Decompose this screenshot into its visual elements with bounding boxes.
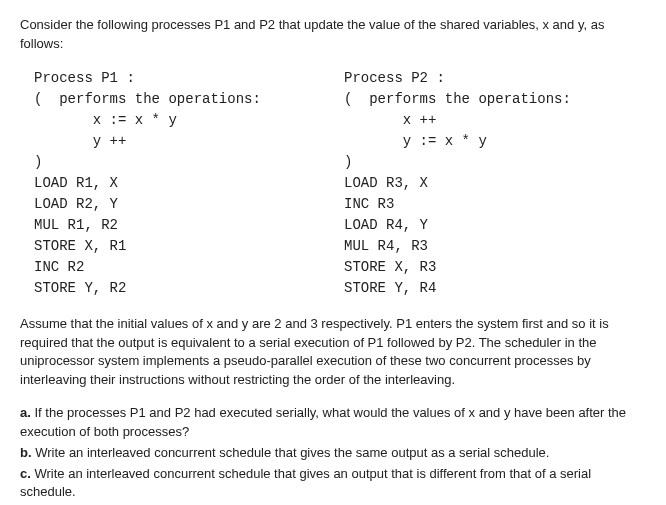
p1-op1: x := x * y [34,112,177,128]
p2-instr-2: INC R3 [344,196,394,212]
process-code-block: Process P1 : ( performs the operations: … [20,68,646,299]
p2-op1: x ++ [344,112,436,128]
question-b-label: b. [20,445,32,460]
process-p2-column: Process P2 : ( performs the operations: … [344,68,571,299]
question-a-text: If the processes P1 and P2 had executed … [20,405,626,439]
p1-instr-1: LOAD R1, X [34,175,118,191]
question-b: b. Write an interleaved concurrent sched… [20,444,646,463]
p1-close: ) [34,154,42,170]
p2-open: ( performs the operations: [344,91,571,107]
question-a: a. If the processes P1 and P2 had execut… [20,404,646,442]
p2-instr-1: LOAD R3, X [344,175,428,191]
p1-open: ( performs the operations: [34,91,261,107]
intro-text: Consider the following processes P1 and … [20,16,646,54]
p1-instr-4: STORE X, R1 [34,238,126,254]
process-p1-column: Process P1 : ( performs the operations: … [20,68,344,299]
p2-header: Process P2 : [344,70,445,86]
p1-instr-6: STORE Y, R2 [34,280,126,296]
p2-op2: y := x * y [344,133,487,149]
question-c-label: c. [20,466,31,481]
question-c-text: Write an interleaved concurrent schedule… [20,466,591,500]
p1-header: Process P1 : [34,70,135,86]
question-b-text: Write an interleaved concurrent schedule… [32,445,550,460]
question-c: c. Write an interleaved concurrent sched… [20,465,646,503]
p2-instr-6: STORE Y, R4 [344,280,436,296]
assumption-text: Assume that the initial values of x and … [20,315,646,390]
p2-close: ) [344,154,352,170]
p2-instr-5: STORE X, R3 [344,259,436,275]
p1-instr-5: INC R2 [34,259,84,275]
p2-instr-4: MUL R4, R3 [344,238,428,254]
question-a-label: a. [20,405,31,420]
p1-op2: y ++ [34,133,126,149]
p1-instr-3: MUL R1, R2 [34,217,118,233]
p2-instr-3: LOAD R4, Y [344,217,428,233]
p1-instr-2: LOAD R2, Y [34,196,118,212]
